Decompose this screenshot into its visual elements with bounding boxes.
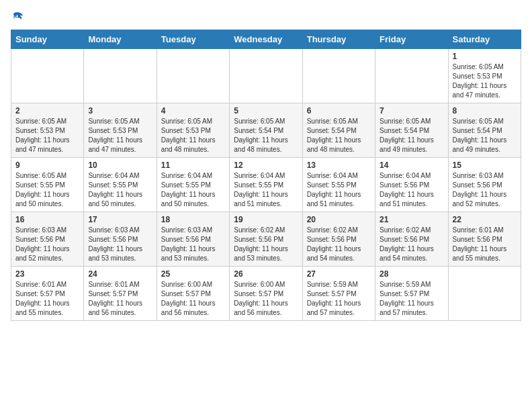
calendar-cell: 9Sunrise: 6:05 AM Sunset: 5:55 PM Daylig… xyxy=(11,158,84,212)
day-info: Sunrise: 6:05 AM Sunset: 5:53 PM Dayligh… xyxy=(453,62,517,100)
day-number: 15 xyxy=(453,161,517,170)
calendar-cell: 26Sunrise: 6:00 AM Sunset: 5:57 PM Dayli… xyxy=(230,267,302,321)
day-number: 18 xyxy=(161,215,225,224)
day-info: Sunrise: 6:04 AM Sunset: 5:55 PM Dayligh… xyxy=(307,171,371,209)
calendar-cell: 17Sunrise: 6:03 AM Sunset: 5:56 PM Dayli… xyxy=(84,212,157,267)
day-number: 3 xyxy=(88,106,152,116)
day-number: 11 xyxy=(161,161,225,170)
day-info: Sunrise: 6:02 AM Sunset: 5:56 PM Dayligh… xyxy=(234,226,298,263)
calendar-cell: 13Sunrise: 6:04 AM Sunset: 5:55 PM Dayli… xyxy=(302,158,375,212)
day-number: 7 xyxy=(380,106,443,116)
day-number: 21 xyxy=(380,215,443,224)
calendar-cell: 21Sunrise: 6:02 AM Sunset: 5:56 PM Dayli… xyxy=(375,212,448,267)
day-info: Sunrise: 6:00 AM Sunset: 5:57 PM Dayligh… xyxy=(234,280,298,318)
calendar-cell: 25Sunrise: 6:00 AM Sunset: 5:57 PM Dayli… xyxy=(157,267,229,321)
day-info: Sunrise: 6:05 AM Sunset: 5:53 PM Dayligh… xyxy=(88,117,152,154)
calendar-cell: 2Sunrise: 6:05 AM Sunset: 5:53 PM Daylig… xyxy=(11,103,84,158)
day-info: Sunrise: 6:05 AM Sunset: 5:55 PM Dayligh… xyxy=(15,171,79,209)
day-info: Sunrise: 6:03 AM Sunset: 5:56 PM Dayligh… xyxy=(15,226,79,263)
day-of-week-header: Sunday xyxy=(11,30,84,49)
calendar-cell xyxy=(375,49,448,103)
calendar-cell xyxy=(230,49,302,103)
calendar-cell: 16Sunrise: 6:03 AM Sunset: 5:56 PM Dayli… xyxy=(11,212,84,267)
day-info: Sunrise: 6:05 AM Sunset: 5:54 PM Dayligh… xyxy=(234,117,298,154)
day-info: Sunrise: 6:03 AM Sunset: 5:56 PM Dayligh… xyxy=(161,226,225,263)
day-number: 6 xyxy=(307,106,371,116)
day-number: 16 xyxy=(15,215,79,224)
calendar-cell: 12Sunrise: 6:04 AM Sunset: 5:55 PM Dayli… xyxy=(230,158,302,212)
day-number: 4 xyxy=(161,106,225,116)
day-number: 2 xyxy=(15,106,79,116)
calendar-week-row: 2Sunrise: 6:05 AM Sunset: 5:53 PM Daylig… xyxy=(11,103,521,158)
calendar-cell: 5Sunrise: 6:05 AM Sunset: 5:54 PM Daylig… xyxy=(230,103,302,158)
calendar-cell xyxy=(84,49,157,103)
day-of-week-header: Friday xyxy=(375,30,448,49)
calendar-cell xyxy=(11,49,84,103)
calendar-cell: 8Sunrise: 6:05 AM Sunset: 5:54 PM Daylig… xyxy=(448,103,521,158)
calendar-body: 1Sunrise: 6:05 AM Sunset: 5:53 PM Daylig… xyxy=(11,49,521,321)
day-info: Sunrise: 6:05 AM Sunset: 5:53 PM Dayligh… xyxy=(15,117,79,154)
day-number: 27 xyxy=(307,269,371,279)
calendar-cell: 19Sunrise: 6:02 AM Sunset: 5:56 PM Dayli… xyxy=(230,212,302,267)
calendar-cell: 14Sunrise: 6:04 AM Sunset: 5:56 PM Dayli… xyxy=(375,158,448,212)
logo xyxy=(11,11,24,23)
day-info: Sunrise: 6:05 AM Sunset: 5:54 PM Dayligh… xyxy=(453,117,517,154)
day-of-week-header: Monday xyxy=(84,30,157,49)
day-info: Sunrise: 6:04 AM Sunset: 5:55 PM Dayligh… xyxy=(161,171,225,209)
logo-bird-icon xyxy=(12,11,24,23)
day-number: 19 xyxy=(234,215,298,224)
calendar-cell: 11Sunrise: 6:04 AM Sunset: 5:55 PM Dayli… xyxy=(157,158,229,212)
calendar-cell: 18Sunrise: 6:03 AM Sunset: 5:56 PM Dayli… xyxy=(157,212,229,267)
calendar-week-row: 9Sunrise: 6:05 AM Sunset: 5:55 PM Daylig… xyxy=(11,158,521,212)
day-number: 24 xyxy=(88,269,152,279)
day-number: 28 xyxy=(380,269,443,279)
calendar-cell: 3Sunrise: 6:05 AM Sunset: 5:53 PM Daylig… xyxy=(84,103,157,158)
day-info: Sunrise: 6:02 AM Sunset: 5:56 PM Dayligh… xyxy=(380,226,443,263)
day-number: 13 xyxy=(307,161,371,170)
calendar-cell: 10Sunrise: 6:04 AM Sunset: 5:55 PM Dayli… xyxy=(84,158,157,212)
calendar-cell xyxy=(302,49,375,103)
day-info: Sunrise: 6:01 AM Sunset: 5:56 PM Dayligh… xyxy=(453,226,517,263)
calendar-cell: 23Sunrise: 6:01 AM Sunset: 5:57 PM Dayli… xyxy=(11,267,84,321)
day-number: 12 xyxy=(234,161,298,170)
day-info: Sunrise: 6:04 AM Sunset: 5:55 PM Dayligh… xyxy=(88,171,152,209)
day-info: Sunrise: 6:00 AM Sunset: 5:57 PM Dayligh… xyxy=(161,280,225,318)
day-number: 26 xyxy=(234,269,298,279)
day-number: 17 xyxy=(88,215,152,224)
calendar-cell xyxy=(448,267,521,321)
day-info: Sunrise: 6:05 AM Sunset: 5:54 PM Dayligh… xyxy=(307,117,371,154)
day-info: Sunrise: 6:04 AM Sunset: 5:55 PM Dayligh… xyxy=(234,171,298,209)
days-of-week-row: SundayMondayTuesdayWednesdayThursdayFrid… xyxy=(11,30,521,49)
day-number: 22 xyxy=(453,215,517,224)
day-number: 23 xyxy=(15,269,79,279)
calendar-cell: 6Sunrise: 6:05 AM Sunset: 5:54 PM Daylig… xyxy=(302,103,375,158)
calendar-cell: 27Sunrise: 5:59 AM Sunset: 5:57 PM Dayli… xyxy=(302,267,375,321)
calendar-week-row: 23Sunrise: 6:01 AM Sunset: 5:57 PM Dayli… xyxy=(11,267,521,321)
day-number: 20 xyxy=(307,215,371,224)
calendar-cell: 4Sunrise: 6:05 AM Sunset: 5:53 PM Daylig… xyxy=(157,103,229,158)
day-info: Sunrise: 6:02 AM Sunset: 5:56 PM Dayligh… xyxy=(307,226,371,263)
day-number: 9 xyxy=(15,161,79,170)
day-info: Sunrise: 6:04 AM Sunset: 5:56 PM Dayligh… xyxy=(380,171,443,209)
calendar-table: SundayMondayTuesdayWednesdayThursdayFrid… xyxy=(11,30,521,321)
day-of-week-header: Saturday xyxy=(448,30,521,49)
day-number: 8 xyxy=(453,106,517,116)
calendar-week-row: 1Sunrise: 6:05 AM Sunset: 5:53 PM Daylig… xyxy=(11,49,521,103)
day-number: 1 xyxy=(453,52,517,61)
calendar-header: SundayMondayTuesdayWednesdayThursdayFrid… xyxy=(11,30,521,49)
calendar-cell: 24Sunrise: 6:01 AM Sunset: 5:57 PM Dayli… xyxy=(84,267,157,321)
day-info: Sunrise: 6:03 AM Sunset: 5:56 PM Dayligh… xyxy=(453,171,517,209)
day-number: 14 xyxy=(380,161,443,170)
page-header xyxy=(11,11,521,23)
day-info: Sunrise: 6:05 AM Sunset: 5:54 PM Dayligh… xyxy=(380,117,443,154)
calendar-cell: 15Sunrise: 6:03 AM Sunset: 5:56 PM Dayli… xyxy=(448,158,521,212)
calendar-cell: 20Sunrise: 6:02 AM Sunset: 5:56 PM Dayli… xyxy=(302,212,375,267)
day-number: 10 xyxy=(88,161,152,170)
day-number: 25 xyxy=(161,269,225,279)
calendar-cell xyxy=(157,49,229,103)
calendar-cell: 7Sunrise: 6:05 AM Sunset: 5:54 PM Daylig… xyxy=(375,103,448,158)
day-number: 5 xyxy=(234,106,298,116)
calendar-cell: 1Sunrise: 6:05 AM Sunset: 5:53 PM Daylig… xyxy=(448,49,521,103)
calendar-cell: 22Sunrise: 6:01 AM Sunset: 5:56 PM Dayli… xyxy=(448,212,521,267)
calendar-cell: 28Sunrise: 5:59 AM Sunset: 5:57 PM Dayli… xyxy=(375,267,448,321)
